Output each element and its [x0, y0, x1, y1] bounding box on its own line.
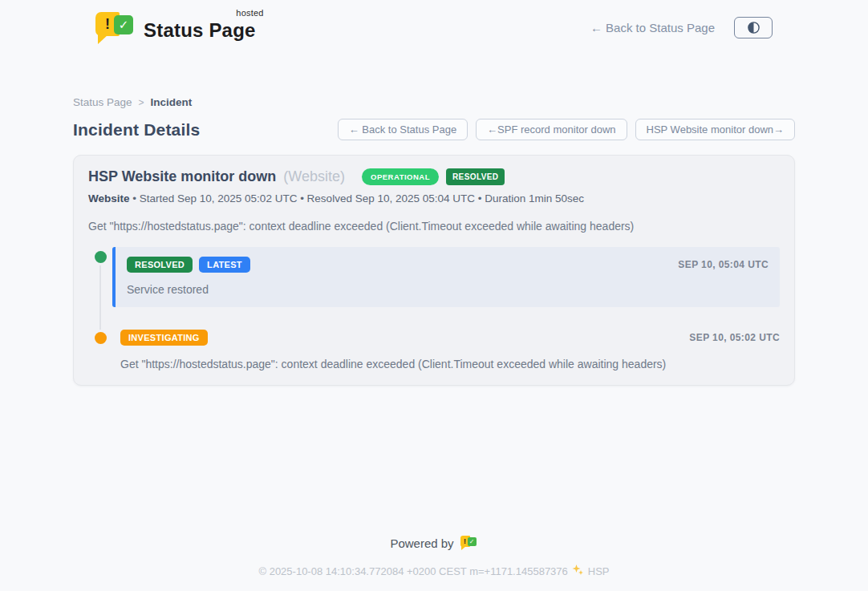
timeline-resolved-badge: RESOLVED [127, 257, 193, 273]
logo-hosted-superscript: hosted [236, 8, 263, 18]
breadcrumb-status-page[interactable]: Status Page [73, 96, 132, 108]
timeline-entry-content: INVESTIGATING SEP 10, 05:02 UTC Get "htt… [112, 328, 780, 370]
incident-meta-component: Website [88, 192, 130, 204]
incident-title-row: HSP Website monitor down (Website) OPERA… [88, 168, 780, 185]
main-content: Status Page > Incident Incident Details … [73, 96, 795, 386]
timeline-entry-investigating: INVESTIGATING SEP 10, 05:02 UTC Get "htt… [88, 328, 780, 370]
theme-toggle-button[interactable] [734, 17, 773, 38]
incident-title: HSP Website monitor down [88, 168, 276, 185]
incident-timeline: RESOLVED LATEST SEP 10, 05:04 UTC Servic… [88, 247, 780, 370]
incident-meta-details: • Started Sep 10, 2025 05:02 UTC • Resol… [132, 192, 584, 204]
statuspage-logo-icon: ! ✓ [95, 10, 136, 45]
powered-by-link[interactable]: Powered by ! ✓ [390, 535, 477, 551]
timeline-latest-badge: LATEST [199, 257, 250, 273]
breadcrumb-separator: > [139, 97, 144, 108]
copyright-text: © 2025-10-08 14:10:34.772084 +0200 CEST … [258, 565, 567, 577]
timeline-entry-header: RESOLVED LATEST SEP 10, 05:04 UTC [127, 257, 769, 273]
back-to-status-page-link[interactable]: ← Back to Status Page [590, 21, 715, 34]
incident-card: HSP Website monitor down (Website) OPERA… [73, 155, 795, 386]
header-actions: ← Back to Status Page [590, 17, 773, 38]
logo-check-shape: ✓ [114, 15, 133, 34]
half-circle-icon [747, 21, 761, 34]
timeline-dot-green [95, 251, 107, 263]
timeline-dot-orange [95, 332, 107, 344]
breadcrumb-incident: Incident [151, 96, 193, 108]
incident-description: Get "https://hostedstatus.page": context… [88, 220, 780, 233]
timeline-message: Service restored [127, 283, 769, 296]
statuspage-mini-logo-icon: ! ✓ [460, 535, 478, 551]
header: ! ✓ hosted Status Page ← Back to Status … [73, 0, 795, 45]
logo-bubble-tail [98, 34, 108, 44]
next-incident-button[interactable]: HSP Website monitor down→ [635, 119, 795, 140]
breadcrumb: Status Page > Incident [73, 96, 795, 108]
timeline-entry-content-latest: RESOLVED LATEST SEP 10, 05:04 UTC Servic… [112, 247, 780, 307]
logo-text: hosted Status Page [144, 13, 256, 42]
operational-status-badge: OPERATIONAL [362, 168, 439, 185]
powered-by-label: Powered by [390, 536, 453, 550]
timeline-connector-line [99, 263, 101, 335]
timeline-investigating-badge: INVESTIGATING [120, 330, 208, 346]
incident-component: (Website) [283, 168, 345, 185]
copyright-line: © 2025-10-08 14:10:34.772084 +0200 CEST … [0, 564, 868, 578]
resolved-status-badge: RESOLVED [446, 168, 505, 185]
logo-brand: Status Page [144, 19, 256, 41]
copyright-brand: HSP [588, 565, 610, 577]
incident-meta: Website • Started Sep 10, 2025 05:02 UTC… [88, 192, 780, 204]
statuspage-logo[interactable]: ! ✓ hosted Status Page [95, 10, 256, 45]
page-title: Incident Details [73, 120, 200, 140]
prev-incident-button[interactable]: ←SPF record monitor down [476, 119, 627, 140]
title-row: Incident Details ← Back to Status Page ←… [73, 119, 795, 140]
timeline-dot-column [88, 328, 112, 370]
incident-nav-buttons: ← Back to Status Page ←SPF record monito… [338, 119, 795, 140]
timeline-timestamp: SEP 10, 05:02 UTC [689, 332, 780, 343]
mini-logo-tail [461, 546, 466, 550]
back-to-status-page-button[interactable]: ← Back to Status Page [338, 119, 468, 140]
mini-logo-check: ✓ [468, 537, 477, 546]
timeline-message: Get "https://hostedstatus.page": context… [120, 358, 780, 370]
timeline-entry-resolved: RESOLVED LATEST SEP 10, 05:04 UTC Servic… [88, 247, 780, 307]
timeline-entry-header: INVESTIGATING SEP 10, 05:02 UTC [120, 330, 780, 346]
timeline-timestamp: SEP 10, 05:04 UTC [678, 259, 769, 270]
sparkles-icon [572, 564, 584, 578]
footer: Powered by ! ✓ © 2025-10-08 14:10:34.772… [0, 535, 868, 578]
